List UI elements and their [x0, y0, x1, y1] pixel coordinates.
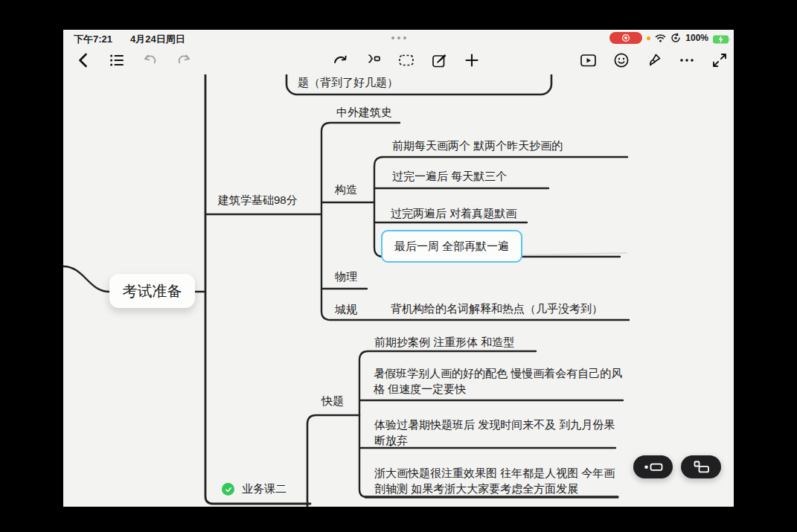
style-brush-icon[interactable] [644, 51, 663, 70]
node-kuaiti-child-4[interactable]: 浙大画快题很注重效果图 往年都是人视图 今年画剖轴测 如果考浙大大家要考虑全方面… [374, 465, 626, 496]
node-kuaiti-child-3[interactable]: 体验过暑期快题班后 发现时间来不及 到九月份果断放弃 [374, 417, 626, 448]
back-button[interactable] [74, 51, 92, 70]
status-bar: 下午7:21 4月24日周日 [63, 30, 734, 46]
node-wuli[interactable]: 物理 [335, 269, 357, 284]
rotation-lock-icon [670, 33, 681, 43]
subtopic-icon [692, 461, 710, 473]
node-zhongwai[interactable]: 中外建筑史 [336, 105, 392, 120]
node-yewu-label: 业务课二 [242, 482, 287, 496]
node-root[interactable]: 考试准备 [109, 274, 195, 308]
selected-node-text: 最后一周 全部再默一遍 [394, 240, 509, 254]
wifi-icon [655, 33, 666, 42]
boundary-icon[interactable] [397, 51, 415, 70]
node-kuaiti-child-1[interactable]: 前期抄案例 注重形体 和造型 [374, 335, 514, 350]
mindmap-canvas[interactable]: 题（背到了好几题） 考试准备 建筑学基础98分 中外建筑史 构造 前期每天画两个… [63, 30, 734, 507]
emoji-icon[interactable] [612, 51, 630, 70]
node-chenggui-child[interactable]: 背机构给的名词解释和热点（几乎没考到） [391, 301, 603, 316]
node-gouzao-child-3[interactable]: 过完两遍后 对着真题默画 [391, 206, 516, 221]
battery-icon [713, 33, 731, 42]
node-gouzao-child-4-selected[interactable]: 最后一周 全部再默一遍 [381, 230, 522, 263]
more-icon[interactable] [677, 51, 696, 70]
node-kuaiti-child-2[interactable]: 暑假班学别人画的好的配色 慢慢画着会有自己的风格 但速度一定要快 [374, 365, 625, 397]
node-gouzao[interactable]: 构造 [335, 182, 357, 197]
ipad-screen: 下午7:21 4月24日周日 [0, 0, 797, 532]
sibling-topic-icon [644, 461, 663, 472]
app-window: 下午7:21 4月24日周日 [63, 30, 734, 507]
record-icon [621, 33, 630, 42]
insert-sibling-topic-button[interactable] [633, 455, 673, 478]
relationship-icon[interactable] [331, 51, 350, 70]
toolbar [63, 46, 734, 74]
summary-icon[interactable] [364, 51, 383, 70]
multitasking-indicator[interactable] [391, 36, 406, 39]
clock: 下午7:21 [74, 33, 112, 46]
redo-button[interactable] [174, 51, 193, 70]
compose-icon[interactable] [429, 51, 448, 70]
screen-recording-indicator[interactable] [609, 32, 642, 44]
mic-in-use-icon [647, 36, 650, 40]
node-partial-top[interactable]: 题（背到了好几题） [298, 75, 398, 90]
outline-icon[interactable] [107, 51, 126, 70]
present-icon[interactable] [579, 51, 598, 70]
date: 4月24日周日 [130, 33, 185, 46]
node-gouzao-child-2[interactable]: 过完一遍后 每天默三个 [392, 169, 507, 184]
node-chenggui[interactable]: 城规 [335, 302, 357, 317]
insert-subtopic-button[interactable] [681, 455, 721, 478]
fullscreen-icon[interactable] [710, 51, 729, 70]
node-kuaiti[interactable]: 快题 [321, 394, 344, 408]
plus-icon[interactable] [462, 51, 481, 70]
node-jichu[interactable]: 建筑学基础98分 [218, 193, 298, 208]
node-yewu[interactable]: 业务课二 [222, 482, 287, 496]
node-gouzao-child-1[interactable]: 前期每天画两个 默两个昨天抄画的 [392, 138, 563, 153]
task-complete-check-icon[interactable] [222, 483, 234, 496]
undo-button[interactable] [141, 51, 159, 70]
battery-percent: 100% [685, 33, 708, 43]
